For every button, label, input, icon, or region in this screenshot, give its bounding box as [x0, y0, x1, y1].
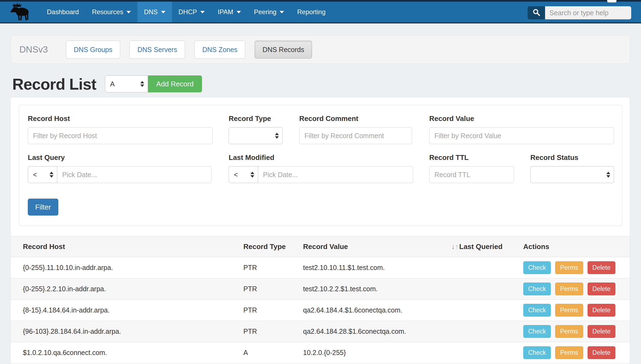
- select-stepper-icon: [50, 172, 53, 178]
- tab-dns-groups[interactable]: DNS Groups: [66, 41, 120, 59]
- last-query-date-input[interactable]: [57, 166, 211, 183]
- filter-group-record-host: Record Host: [28, 114, 213, 144]
- record-value-cell: qa2.64.184.28.$1.6conectqa.com.: [291, 321, 439, 342]
- add-record-group: A Add Record: [105, 75, 202, 92]
- filter-submit-button[interactable]: Filter: [28, 199, 58, 216]
- filter-group-record-value: Record Value: [429, 114, 614, 144]
- nav-item-peering[interactable]: Peering: [247, 2, 291, 22]
- filter-group-record-comment: Record Comment: [299, 114, 412, 144]
- nav-item-dns[interactable]: DNS: [137, 2, 172, 22]
- search-input[interactable]: [545, 6, 631, 19]
- search-icon: [532, 8, 540, 17]
- record-status-filter-select[interactable]: [530, 166, 614, 183]
- check-button[interactable]: Check: [523, 283, 551, 295]
- add-record-button[interactable]: Add Record: [148, 75, 202, 92]
- record-host-cell: {96-103}.28.184.64.in-addr.arpa.: [11, 321, 231, 342]
- record-value-cell: test2.10.2.2.$1.test.com.: [291, 278, 439, 300]
- global-search: [528, 6, 631, 19]
- nav-item-ipam[interactable]: IPAM: [211, 2, 247, 22]
- perms-button[interactable]: Perms: [555, 325, 583, 338]
- record-host-cell: {8-15}.4.184.64.in-addr.arpa.: [11, 300, 231, 321]
- record-type-select[interactable]: A: [105, 75, 148, 92]
- check-button[interactable]: Check: [523, 325, 551, 338]
- tab-dns-records[interactable]: DNS Records: [255, 41, 312, 59]
- tab-label: DNS Groups: [74, 46, 113, 54]
- page-head: Record List A Add Record: [12, 74, 202, 94]
- tab-label: DNS Records: [262, 46, 304, 54]
- nav-item-label: IPAM: [218, 8, 233, 16]
- filter-label: Last Modified: [229, 153, 413, 162]
- record-type-cell: PTR: [231, 300, 291, 321]
- record-comment-filter-input[interactable]: [299, 127, 412, 144]
- filter-group-record-ttl: Record TTL: [429, 153, 514, 183]
- main-nav: Dashboard Resources DNS DHCP IPAM Peerin…: [40, 2, 332, 22]
- filter-group-last-modified: Last Modified <: [229, 153, 413, 183]
- last-query-operator-select[interactable]: <: [28, 166, 57, 183]
- col-header-record-type: Record Type: [231, 236, 291, 257]
- record-host-cell: {0-255}.11.10.10.in-addr.arpa.: [11, 257, 231, 278]
- record-type-cell: PTR: [231, 257, 291, 278]
- nav-item-reporting[interactable]: Reporting: [291, 2, 332, 22]
- record-value-cell: qa2.64.184.4.$1.6conectqa.com.: [291, 300, 439, 321]
- actions-cell: Check Perms Delete: [511, 342, 630, 363]
- filter-label: Record Type: [229, 114, 283, 123]
- table-row: {0-255}.2.2.10.in-addr.arpa. PTR test2.1…: [11, 278, 630, 300]
- record-type-filter-select[interactable]: [229, 127, 283, 144]
- tab-dns-servers[interactable]: DNS Servers: [129, 41, 185, 59]
- nav-item-dhcp[interactable]: DHCP: [172, 2, 211, 22]
- filter-label: Record Comment: [299, 114, 412, 123]
- nav-item-label: DHCP: [179, 8, 197, 16]
- select-stepper-icon: [250, 172, 254, 178]
- record-ttl-filter-input[interactable]: [429, 166, 514, 183]
- last-modified-operator-select[interactable]: <: [229, 166, 258, 183]
- perms-button[interactable]: Perms: [555, 304, 583, 317]
- chevron-down-icon: [200, 11, 205, 13]
- check-button[interactable]: Check: [523, 346, 551, 359]
- actions-cell: Check Perms Delete: [511, 257, 630, 278]
- col-header-last-queried[interactable]: ↓↑Last Queried: [439, 236, 511, 257]
- select-value: <: [33, 171, 37, 179]
- filter-group-last-query: Last Query <: [28, 153, 211, 183]
- nav-item-label: Dashboard: [47, 8, 79, 16]
- last-modified-date-input[interactable]: [258, 166, 413, 183]
- filter-box: Record Host Record Type Record Comment R…: [19, 105, 622, 226]
- moose-logo-icon: [10, 2, 32, 22]
- record-type-select-value: A: [110, 80, 115, 88]
- table-header-row: Record Host Record Type Record Value ↓↑L…: [11, 236, 630, 257]
- delete-button[interactable]: Delete: [588, 283, 615, 295]
- col-header-actions: Actions: [511, 236, 630, 257]
- record-value-cell: 10.2.0.{0-255}: [291, 342, 439, 363]
- record-host-filter-input[interactable]: [28, 127, 213, 144]
- filter-label: Last Query: [28, 153, 211, 162]
- record-value-filter-input[interactable]: [429, 127, 614, 144]
- perms-button[interactable]: Perms: [555, 283, 583, 295]
- select-stepper-icon: [606, 172, 610, 178]
- chevron-down-icon: [161, 11, 165, 13]
- filter-group-record-status: Record Status: [530, 153, 614, 183]
- delete-button[interactable]: Delete: [588, 325, 615, 338]
- check-button[interactable]: Check: [523, 304, 551, 317]
- actions-cell: Check Perms Delete: [511, 321, 630, 342]
- nav-item-label: DNS: [144, 8, 158, 16]
- tab-dns-zones[interactable]: DNS Zones: [194, 41, 245, 59]
- subnav-title: DNSv3: [19, 44, 48, 55]
- brand-logo[interactable]: [10, 2, 33, 22]
- add-record-label: Add Record: [156, 80, 193, 88]
- delete-button[interactable]: Delete: [588, 304, 615, 317]
- filter-group-record-type: Record Type: [229, 114, 283, 144]
- delete-button[interactable]: Delete: [588, 346, 615, 359]
- top-edge-notch: [607, 0, 616, 2]
- col-header-record-value: Record Value: [291, 236, 439, 257]
- check-button[interactable]: Check: [523, 261, 551, 274]
- filter-label: Record TTL: [429, 153, 514, 162]
- col-header-record-host: Record Host: [11, 236, 231, 257]
- select-stepper-icon: [275, 133, 279, 139]
- nav-item-dashboard[interactable]: Dashboard: [40, 2, 85, 22]
- tab-label: DNS Servers: [137, 46, 177, 54]
- delete-button[interactable]: Delete: [588, 261, 615, 274]
- search-button[interactable]: [528, 6, 545, 19]
- perms-button[interactable]: Perms: [555, 261, 583, 274]
- perms-button[interactable]: Perms: [555, 346, 583, 359]
- last-queried-cell: [439, 257, 511, 278]
- nav-item-resources[interactable]: Resources: [85, 2, 137, 22]
